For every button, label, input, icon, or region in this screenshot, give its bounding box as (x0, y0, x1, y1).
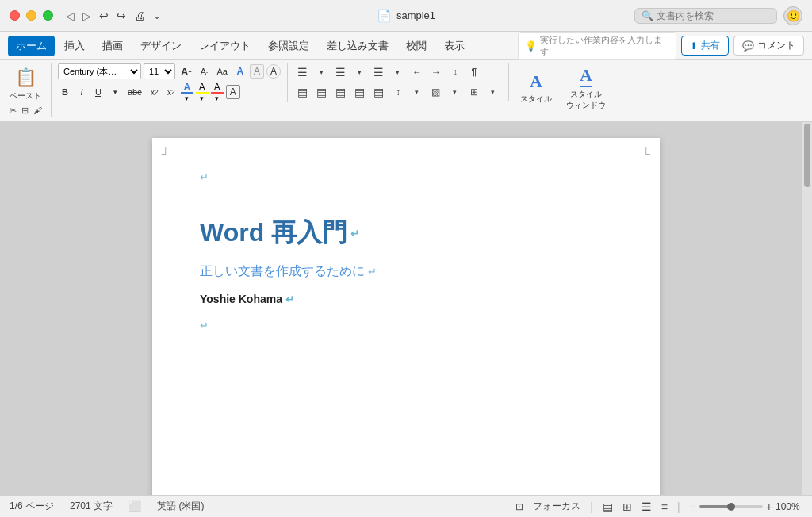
share-button[interactable]: ⬆ 共有 (681, 36, 729, 56)
multilevel-list-button[interactable]: ☰ (370, 63, 388, 81)
ai-search-bar[interactable]: 💡 実行したい作業内容を入力します (518, 32, 676, 60)
font-family-select[interactable]: Century (本… (58, 63, 141, 79)
maximize-button[interactable] (43, 10, 53, 21)
borders-dropdown[interactable]: ▾ (485, 83, 502, 101)
statusbar: 1/6 ページ 2701 文字 ⬜ 英語 (米国) ⊡ フォーカス | ▤ ⊞ … (0, 495, 812, 517)
italic-button[interactable]: I (75, 85, 89, 99)
close-button[interactable] (10, 10, 20, 21)
page: ┘ └ ↵ Word 再入門 ↵ 正しい文書を作成するために ↵ Yoshie … (152, 138, 660, 495)
menu-item-layout[interactable]: レイアウト (191, 36, 259, 56)
font-color-button[interactable]: A ▾ (181, 82, 193, 102)
number-list-dropdown[interactable]: ▾ (351, 63, 369, 81)
word-count: 2701 文字 (70, 500, 113, 513)
menu-item-home[interactable]: ホーム (8, 36, 55, 56)
nav-forward-icon[interactable]: ▷ (82, 10, 91, 22)
minimize-button[interactable] (26, 10, 36, 21)
empty-para-mark: ↵ (200, 320, 209, 331)
bullet-list-dropdown[interactable]: ▾ (313, 63, 331, 81)
show-para-button[interactable]: ¶ (465, 63, 483, 81)
menu-item-insert[interactable]: 挿入 (56, 36, 93, 56)
search-input[interactable] (657, 10, 760, 21)
focus-label[interactable]: フォーカス (533, 500, 580, 513)
view-btn-3[interactable]: ☰ (642, 500, 652, 513)
menu-item-references[interactable]: 参照設定 (260, 36, 317, 56)
strikethrough-button[interactable]: abc (124, 85, 145, 99)
doc-content: Word 再入門 ↵ 正しい文書を作成するために ↵ Yoshie Kohama… (200, 216, 612, 332)
align-right-button[interactable]: ▤ (332, 83, 350, 101)
more-icon[interactable]: ⌄ (153, 10, 161, 21)
view-btn-2[interactable]: ⊞ (622, 500, 632, 513)
menu-item-review[interactable]: 校閲 (398, 36, 435, 56)
zoom-minus-button[interactable]: − (690, 500, 696, 513)
paste-button[interactable]: 📋 ペースト (6, 63, 44, 103)
bullet-list-button[interactable]: ☰ (294, 63, 312, 81)
list-row1: ☰ ▾ ☰ ▾ ☰ ▾ ← → ↕ ¶ (294, 63, 502, 81)
zoom-slider[interactable] (699, 505, 763, 508)
menu-item-mailings[interactable]: 差し込み文書 (319, 36, 396, 56)
sort-button[interactable]: ↕ (446, 63, 464, 81)
menubar-right: 💡 実行したい作業内容を入力します ⬆ 共有 💬 コメント (518, 32, 804, 60)
clear-format-button[interactable]: A (233, 64, 247, 79)
share-icon: ⬆ (690, 40, 698, 52)
shading-dropdown[interactable]: ▾ (446, 83, 464, 101)
format-painter-icon[interactable]: 🖌 (32, 105, 44, 117)
grow-font-button[interactable]: A+ (178, 64, 194, 79)
paste-area: 📋 ペースト ✂ ⊞ 🖌 (6, 63, 44, 117)
bold-button[interactable]: B (58, 85, 72, 99)
superscript-button[interactable]: x2 (164, 85, 178, 99)
justify-button[interactable]: ▤ (351, 83, 369, 101)
scrollbar-thumb[interactable] (804, 124, 810, 187)
font-shade-button[interactable]: A ▾ (211, 82, 224, 102)
line-spacing-button[interactable]: ↕ (389, 83, 407, 101)
shading-button[interactable]: ▧ (427, 83, 445, 101)
document-author: Yoshie Kohama ↵ (200, 293, 294, 305)
shrink-font-button[interactable]: A- (197, 64, 211, 79)
borders-button[interactable]: ⊞ (465, 83, 483, 101)
text-effects-button[interactable]: A (250, 64, 264, 79)
cut-icon[interactable]: ✂ (8, 105, 18, 117)
align-left-button[interactable]: ▤ (294, 83, 312, 101)
copy-icon[interactable]: ⊞ (20, 105, 30, 117)
font-size-select[interactable]: 11 (144, 63, 175, 79)
redo-icon[interactable]: ↪ (117, 10, 126, 22)
focus-icon[interactable]: ⊡ (515, 501, 523, 512)
menu-item-draw[interactable]: 描画 (94, 36, 131, 56)
doc-icon: 📄 (377, 9, 392, 23)
user-avatar[interactable]: 🙂 (783, 6, 802, 25)
font-controls: Century (本… 11 A+ A- Aa A A A B I U ▾ ab… (58, 63, 281, 102)
font-row2: B I U ▾ abc x2 x2 A ▾ A ▾ A (58, 82, 281, 102)
highlight-color-button[interactable]: A ▾ (196, 82, 209, 102)
style-button[interactable]: A スタイル (515, 70, 557, 106)
multilevel-list-dropdown[interactable]: ▾ (389, 63, 407, 81)
indent-dec-button[interactable]: ← (408, 63, 426, 81)
author-para-mark: ↵ (285, 293, 294, 305)
circle-a-button[interactable]: A (266, 64, 281, 79)
style-window-icon: A (580, 65, 592, 87)
menu-item-design[interactable]: デザイン (132, 36, 190, 56)
view-btn-1[interactable]: ▤ (603, 500, 613, 513)
paste-icon: 📋 (11, 65, 40, 90)
window-controls (10, 10, 53, 21)
subscript-button[interactable]: x2 (147, 85, 162, 99)
undo-icon[interactable]: ↩ (99, 10, 109, 22)
view-btn-4[interactable]: ≡ (661, 500, 668, 513)
zoom-plus-button[interactable]: + (766, 500, 772, 513)
line-spacing-dropdown[interactable]: ▾ (408, 83, 426, 101)
list-group: ☰ ▾ ☰ ▾ ☰ ▾ ← → ↕ ¶ ▤ ▤ ▤ ▤ ▤ ↕ ▾ ▧ ▾ (294, 63, 509, 101)
number-list-button[interactable]: ☰ (332, 63, 350, 81)
comment-button[interactable]: 💬 コメント (733, 36, 804, 56)
scrollbar[interactable] (802, 122, 812, 495)
distribute-button[interactable]: ▤ (370, 83, 388, 101)
encircle-button[interactable]: A (226, 85, 240, 99)
indent-inc-button[interactable]: → (427, 63, 445, 81)
document-area: ┘ └ ↵ Word 再入門 ↵ 正しい文書を作成するために ↵ Yoshie … (0, 122, 812, 495)
menu-item-view[interactable]: 表示 (436, 36, 473, 56)
align-center-button[interactable]: ▤ (313, 83, 331, 101)
underline-dropdown[interactable]: ▾ (108, 85, 122, 99)
style-window-button[interactable]: A スタイルウィンドウ (561, 63, 611, 113)
underline-button[interactable]: U (91, 85, 105, 99)
nav-back-icon[interactable]: ◁ (66, 10, 75, 22)
print-icon[interactable]: 🖨 (134, 10, 145, 22)
search-bar[interactable]: 🔍 (634, 8, 777, 24)
change-case-button[interactable]: Aa (213, 64, 230, 79)
